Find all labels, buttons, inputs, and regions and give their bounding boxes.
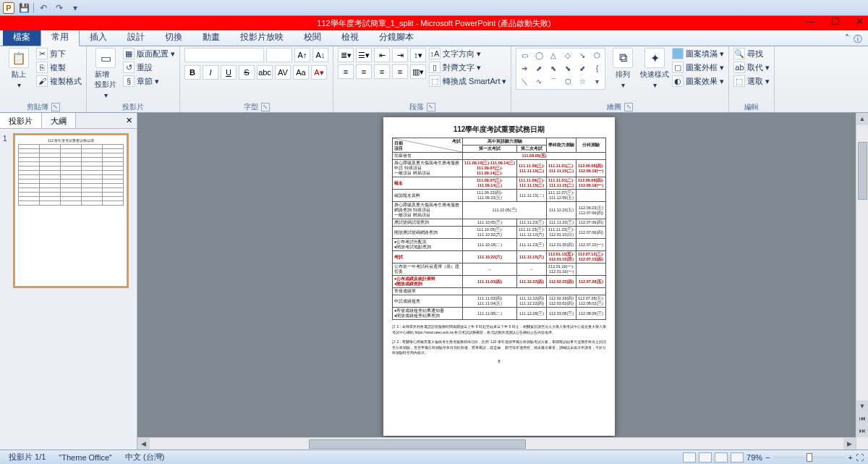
view-slideshow-button[interactable] xyxy=(731,452,744,463)
view-sorter-button[interactable] xyxy=(699,452,712,463)
shapes-gallery[interactable]: ▭◯△◇↘⬠ ➔⬈⬉⬊⬋{ ＼∿⌒⬡☆▾ xyxy=(516,48,605,90)
svg-line-0 xyxy=(393,138,462,152)
horizontal-scrollbar[interactable]: ◀ ▶ xyxy=(137,437,856,450)
paste-label: 貼上 xyxy=(12,69,26,80)
tab-animations[interactable]: 動畫 xyxy=(192,29,230,46)
copy-button[interactable]: ⎘複製 xyxy=(36,62,82,73)
spacing-button[interactable]: AV xyxy=(275,65,291,80)
undo-icon[interactable]: ↶ xyxy=(37,1,50,14)
shrink-font-button[interactable]: A↓ xyxy=(312,48,328,62)
justify-button[interactable]: ≡ xyxy=(392,64,408,79)
effects-icon: ◐ xyxy=(672,75,684,87)
paste-icon: 📋 xyxy=(9,48,29,68)
convert-smartart-button[interactable]: ⬚轉換成 SmartArt▾ xyxy=(429,75,506,87)
section-button[interactable]: §章節▾ xyxy=(123,75,175,87)
reset-button[interactable]: ↺重設 xyxy=(123,62,175,73)
cut-button[interactable]: ✂剪下 xyxy=(36,48,82,59)
prev-slide-icon[interactable]: ⏮ xyxy=(856,413,868,425)
slide-title: 112學年度考試重要試務日期 xyxy=(392,125,606,135)
line-spacing-button[interactable]: ↕▾ xyxy=(410,48,426,62)
font-dialog-icon[interactable]: ⤡ xyxy=(261,103,270,111)
align-text-button[interactable]: ▯對齊文字▾ xyxy=(429,62,506,73)
strike-button[interactable]: S xyxy=(239,65,255,80)
minimize-button[interactable]: — xyxy=(806,16,815,27)
format-painter-button[interactable]: 🖌複製格式 xyxy=(36,75,82,87)
text-direction-button[interactable]: ↕A文字方向▾ xyxy=(429,48,506,59)
fit-to-window-button[interactable]: ⛶ xyxy=(856,453,864,462)
view-reading-button[interactable] xyxy=(715,452,728,463)
scroll-left-icon[interactable]: ◀ xyxy=(137,438,150,450)
paragraph-dialog-icon[interactable]: ⤡ xyxy=(427,103,435,111)
tab-view[interactable]: 檢視 xyxy=(331,29,369,46)
find-button[interactable]: 🔍尋找 xyxy=(733,48,770,59)
tab-file[interactable]: 檔案 xyxy=(3,29,41,46)
save-icon[interactable]: 💾 xyxy=(17,1,30,14)
underline-button[interactable]: U xyxy=(221,65,237,80)
tab-design[interactable]: 設計 xyxy=(117,29,155,46)
zoom-slider[interactable] xyxy=(773,456,846,459)
shadow-button[interactable]: abc xyxy=(257,65,273,80)
minimize-ribbon-icon[interactable]: ˄ xyxy=(845,33,849,46)
select-button[interactable]: ⬚選取▾ xyxy=(733,75,770,87)
grow-font-button[interactable]: A↑ xyxy=(294,48,310,62)
paste-button[interactable]: 📋 貼上▾ xyxy=(4,48,33,89)
thumbnail-preview: 112 學年度考試重要試務日期 xyxy=(14,135,127,287)
indent-button[interactable]: ⇥ xyxy=(392,48,408,62)
columns-button[interactable]: ▥▾ xyxy=(410,64,426,79)
close-button[interactable]: ✕ xyxy=(856,16,864,27)
vertical-scrollbar[interactable]: ▲ ▼ ⏮ ⏭ xyxy=(856,113,868,450)
maximize-button[interactable]: ☐ xyxy=(831,16,840,27)
tab-home[interactable]: 常用 xyxy=(41,28,80,46)
replace-button[interactable]: ab取代▾ xyxy=(733,62,770,73)
drawing-dialog-icon[interactable]: ⤡ xyxy=(624,103,633,111)
zoom-handle[interactable] xyxy=(807,453,812,462)
outdent-button[interactable]: ⇤ xyxy=(374,48,390,62)
shape-outline-button[interactable]: ▢圖案外框▾ xyxy=(672,62,724,73)
align-left-button[interactable]: ≡ xyxy=(338,64,354,79)
tab-split[interactable]: 分鏡腳本 xyxy=(369,29,424,46)
zoom-level[interactable]: 79% xyxy=(746,453,762,462)
qat-customize-icon[interactable]: ▾ xyxy=(69,1,82,14)
zoom-in-button[interactable]: + xyxy=(848,453,853,462)
panel-tab-outline[interactable]: 大綱 xyxy=(42,113,76,128)
next-slide-icon[interactable]: ⏭ xyxy=(856,425,868,437)
status-language[interactable]: 中文 (台灣) xyxy=(121,452,169,463)
fill-icon xyxy=(672,48,684,59)
vscroll-thumb[interactable] xyxy=(858,142,867,200)
layout-button[interactable]: ▦版面配置▾ xyxy=(123,48,175,59)
hscroll-thumb[interactable] xyxy=(309,439,526,449)
new-slide-button[interactable]: ▭ 新增 投影片▾ xyxy=(91,48,120,99)
bullets-button[interactable]: ≣▾ xyxy=(338,48,354,62)
tab-transitions[interactable]: 切換 xyxy=(155,29,192,46)
slide-editor[interactable]: 112學年度考試重要試務日期 考試 日期 項目 高中英語聽力測驗 學科能力測驗 … xyxy=(137,113,868,450)
scroll-right-icon[interactable]: ▶ xyxy=(843,438,856,450)
slide-content: 112學年度考試重要試務日期 考試 日期 項目 高中英語聽力測驗 學科能力測驗 … xyxy=(383,117,615,436)
shape-fill-button[interactable]: 圖案填滿▾ xyxy=(672,48,724,59)
quick-styles-button[interactable]: ✦快速樣式▾ xyxy=(640,48,669,89)
scroll-down-icon[interactable]: ▼ xyxy=(856,400,868,413)
slide-thumbnail[interactable]: 1 112 學年度考試重要試務日期 xyxy=(3,135,134,287)
tab-slideshow[interactable]: 投影片放映 xyxy=(230,29,294,46)
redo-icon[interactable]: ↷ xyxy=(53,1,66,14)
help-icon[interactable]: ⓘ xyxy=(854,33,862,46)
tab-insert[interactable]: 插入 xyxy=(80,29,117,46)
font-size-input[interactable] xyxy=(266,48,292,62)
window-title: 112學年度考試簡章_1_split - Microsoft PowerPoin… xyxy=(317,18,550,29)
view-normal-button[interactable] xyxy=(683,452,696,463)
font-color-button[interactable]: A▾ xyxy=(311,65,327,80)
arrange-button[interactable]: ⧉排列▾ xyxy=(608,48,637,89)
align-right-button[interactable]: ≡ xyxy=(374,64,390,79)
case-button[interactable]: Aa xyxy=(293,65,309,80)
tab-review[interactable]: 校閱 xyxy=(294,29,331,46)
zoom-out-button[interactable]: − xyxy=(765,453,770,462)
numbering-button[interactable]: ☰▾ xyxy=(356,48,372,62)
font-family-input[interactable] xyxy=(184,48,264,62)
scroll-up-icon[interactable]: ▲ xyxy=(856,113,868,125)
italic-button[interactable]: I xyxy=(203,65,218,80)
panel-tab-slides[interactable]: 投影片 xyxy=(0,113,42,128)
panel-close-button[interactable]: ✕ xyxy=(121,113,137,128)
clipboard-dialog-icon[interactable]: ⤡ xyxy=(51,103,60,111)
align-center-button[interactable]: ≡ xyxy=(356,64,372,79)
bold-button[interactable]: B xyxy=(184,65,200,80)
shape-effects-button[interactable]: ◐圖案效果▾ xyxy=(672,75,724,87)
